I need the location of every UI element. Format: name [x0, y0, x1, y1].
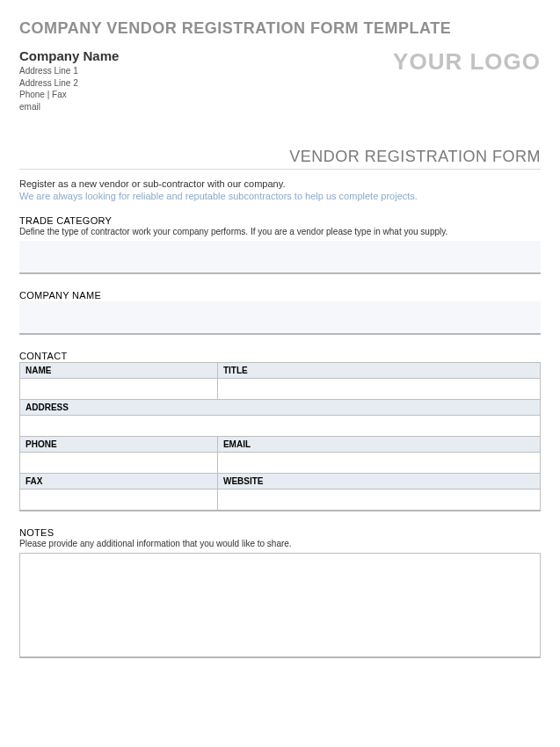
- company-block: Company Name Address Line 1 Address Line…: [19, 48, 119, 112]
- company-phone-fax: Phone | Fax: [19, 89, 119, 101]
- header-row: Company Name Address Line 1 Address Line…: [19, 48, 541, 112]
- logo-placeholder: YOUR LOGO: [393, 48, 541, 76]
- contact-address-header: ADDRESS: [20, 400, 541, 416]
- contact-fax-input[interactable]: [20, 490, 217, 510]
- intro-line1: Register as a new vendor or sub-contract…: [19, 178, 541, 189]
- intro-line2: We are always looking for reliable and r…: [19, 191, 541, 201]
- page-title: COMPANY VENDOR REGISTRATION FORM TEMPLAT…: [19, 19, 541, 38]
- contact-website-input[interactable]: [218, 490, 540, 510]
- notes-help: Please provide any additional informatio…: [19, 539, 541, 548]
- contact-fax-header: FAX: [20, 474, 218, 490]
- form-title: VENDOR REGISTRATION FORM: [19, 148, 541, 170]
- contact-table: NAME TITLE ADDRESS PHONE EMAIL FAX WEBSI…: [19, 362, 541, 511]
- contact-phone-input[interactable]: [20, 453, 217, 473]
- contact-phone-header: PHONE: [20, 437, 218, 453]
- company-address1: Address Line 1: [19, 65, 119, 77]
- contact-title-input[interactable]: [218, 379, 540, 399]
- contact-email-header: EMAIL: [217, 437, 540, 453]
- company-email: email: [19, 101, 119, 113]
- contact-address-input[interactable]: [20, 416, 540, 436]
- company-name-label: COMPANY NAME: [19, 290, 541, 301]
- contact-name-header: NAME: [20, 363, 218, 379]
- trade-label: TRADE CATEGORY: [19, 215, 541, 226]
- contact-name-input[interactable]: [20, 379, 217, 399]
- trade-input[interactable]: [19, 241, 541, 274]
- company-name-input[interactable]: [19, 301, 541, 335]
- trade-help: Define the type of contractor work your …: [19, 227, 541, 236]
- notes-label: NOTES: [19, 527, 541, 538]
- contact-email-input[interactable]: [218, 453, 540, 473]
- contact-title-header: TITLE: [217, 363, 540, 379]
- contact-website-header: WEBSITE: [217, 474, 540, 490]
- company-address2: Address Line 2: [19, 77, 119, 90]
- contact-label: CONTACT: [19, 351, 541, 361]
- notes-input[interactable]: [19, 553, 541, 658]
- company-name: Company Name: [19, 48, 119, 63]
